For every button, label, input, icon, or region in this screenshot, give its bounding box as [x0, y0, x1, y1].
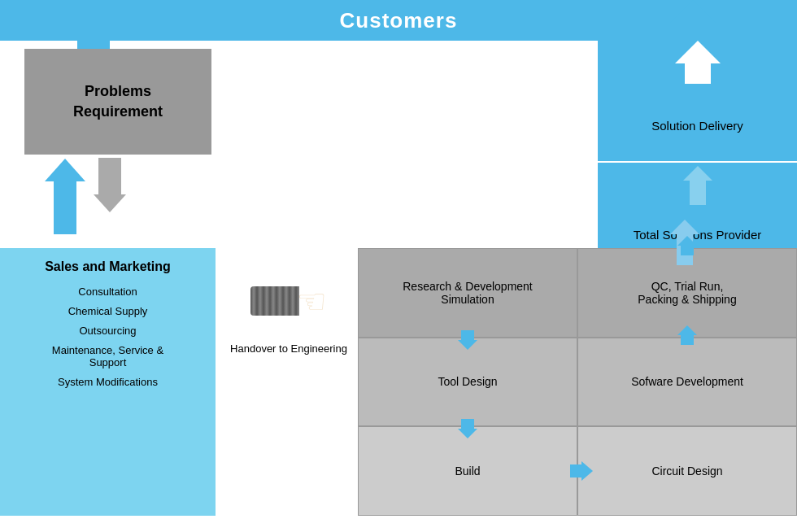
arrow-sales-up	[45, 159, 85, 234]
arrow-tool-down	[458, 419, 477, 438]
cell-software-label: Sofware Development	[631, 375, 743, 388]
solution-delivery-label: Solution Delivery	[651, 119, 743, 133]
cell-circuit-label: Circuit Design	[651, 464, 722, 477]
arrow-qc-up	[677, 236, 697, 255]
cell-circuit: Circuit Design	[577, 426, 797, 516]
cell-build: Build	[358, 426, 577, 516]
handover-label: Handover to Engineering	[216, 342, 362, 356]
cell-tool-label: Tool Design	[438, 375, 497, 388]
sales-item-chemical: Chemical Supply	[68, 305, 148, 317]
cell-build-label: Build	[455, 464, 480, 477]
arrow-problems-down	[94, 158, 126, 212]
cell-software: Sofware Development	[577, 338, 797, 427]
pointing-hand-icon: ☞	[296, 281, 327, 321]
sales-item-system-mod: System Modifications	[58, 376, 158, 388]
cell-rd-label: Research & DevelopmentSimulation	[403, 280, 533, 306]
sales-item-outsourcing: Outsourcing	[79, 325, 136, 337]
solution-delivery: Solution Delivery	[598, 89, 797, 163]
arrow-software-up	[677, 325, 697, 345]
problems-label: ProblemsRequirement	[73, 81, 163, 122]
cell-tool: Tool Design	[358, 338, 577, 427]
sales-title: Sales and Marketing	[45, 259, 171, 274]
arrow-rd-down	[458, 330, 477, 350]
cell-rd: Research & DevelopmentSimulation	[358, 248, 577, 338]
cell-qc-label: QC, Trial Run,Packing & Shipping	[638, 280, 736, 306]
problems-box: ProblemsRequirement	[24, 49, 211, 155]
sales-item-maintenance: Maintenance, Service &Support	[52, 344, 163, 368]
sleeve-icon	[250, 286, 299, 316]
arrow-top-right	[670, 0, 716, 41]
engineering-grid: Research & DevelopmentSimulation QC, Tri…	[358, 248, 797, 516]
sales-panel: Sales and Marketing Consultation Chemica…	[0, 248, 216, 516]
sales-item-consultation: Consultation	[78, 286, 137, 298]
arrow-build-right	[570, 461, 593, 481]
customers-title: Customers	[340, 8, 458, 33]
handover-hand-icon: ☞	[216, 260, 362, 342]
